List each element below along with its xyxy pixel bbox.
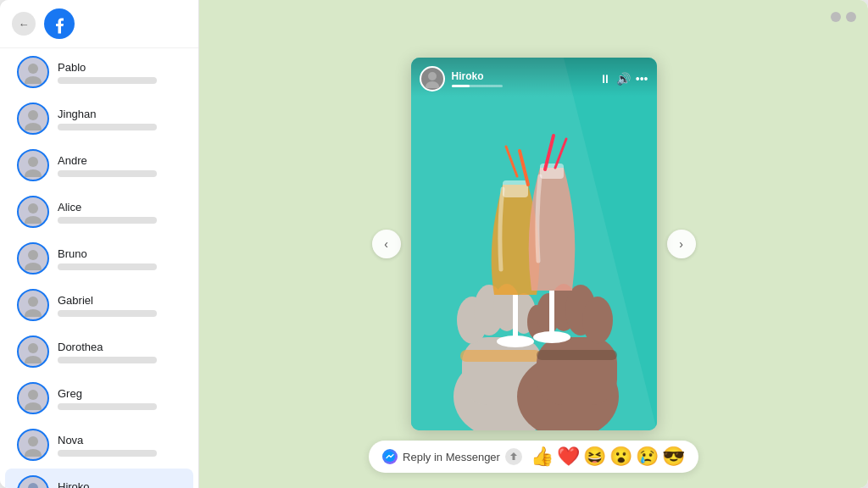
contact-name: Greg — [58, 387, 181, 400]
avatar — [17, 382, 49, 414]
contact-preview — [58, 450, 157, 457]
avatar — [17, 196, 49, 228]
svg-point-12 — [25, 309, 42, 317]
svg-point-8 — [25, 216, 42, 224]
back-icon: ← — [19, 18, 30, 30]
svg-point-1 — [28, 64, 38, 74]
svg-point-6 — [25, 169, 42, 177]
svg-point-10 — [25, 263, 42, 270]
svg-rect-34 — [460, 350, 541, 362]
reaction-emoji-3[interactable]: 😮 — [609, 447, 632, 466]
messenger-icon — [382, 449, 398, 464]
svg-point-41 — [582, 297, 613, 344]
sidebar: ← Pablo Jinghan Andre Alice Bruno — [0, 0, 199, 488]
corner-dot-2 — [846, 12, 856, 22]
story-next-button[interactable]: › — [667, 230, 696, 258]
reaction-emoji-4[interactable]: 😢 — [636, 447, 659, 466]
contact-item-bruno[interactable]: Bruno — [5, 236, 193, 281]
reaction-emoji-2[interactable]: 😆 — [583, 447, 606, 466]
contact-info: Hiroko — [58, 480, 181, 489]
contact-item-jinghan[interactable]: Jinghan — [5, 96, 193, 141]
avatar — [17, 242, 49, 274]
share-icon[interactable] — [505, 448, 522, 465]
contact-item-gabriel[interactable]: Gabriel — [5, 282, 193, 328]
bottom-bar: Reply in Messenger 👍❤️😆😮😢😎 — [369, 441, 698, 473]
svg-point-19 — [28, 483, 38, 488]
contact-name: Gabriel — [58, 294, 181, 307]
contact-preview — [58, 310, 157, 317]
story-avatar — [420, 66, 445, 92]
app-container: ← Pablo Jinghan Andre Alice Bruno — [0, 0, 868, 488]
avatar — [17, 289, 49, 321]
contact-info: Greg — [58, 387, 181, 410]
reply-in-messenger-label[interactable]: Reply in Messenger — [403, 451, 500, 463]
reaction-emoji-1[interactable]: ❤️ — [557, 447, 580, 466]
contact-item-dorothea[interactable]: Dorothea — [5, 329, 193, 374]
contact-preview — [58, 77, 157, 84]
main-content: ‹ Hiroko — [199, 0, 868, 488]
reaction-emoji-0[interactable]: 👍 — [531, 447, 554, 466]
reaction-bar: 👍❤️😆😮😢😎 — [531, 447, 685, 466]
sidebar-header: ← — [0, 0, 198, 48]
chevron-left-icon: ‹ — [384, 237, 388, 251]
contact-info: Nova — [58, 434, 181, 457]
story-container: ‹ Hiroko — [372, 58, 696, 430]
contact-name: Dorothea — [58, 341, 181, 353]
contact-preview — [58, 357, 157, 363]
contact-item-andre[interactable]: Andre — [5, 142, 193, 188]
pause-button[interactable]: ⏸ — [599, 72, 611, 86]
svg-point-3 — [28, 110, 38, 120]
svg-point-7 — [28, 203, 38, 214]
back-button[interactable]: ← — [12, 12, 36, 36]
reaction-emoji-5[interactable]: 😎 — [662, 447, 685, 466]
contact-name: Pablo — [58, 61, 181, 74]
story-prev-button[interactable]: ‹ — [372, 230, 401, 258]
toast-illustration — [411, 58, 657, 430]
svg-point-45 — [497, 336, 534, 347]
contact-name: Alice — [58, 201, 181, 214]
story-progress-bar — [452, 85, 503, 87]
story-progress-fill — [452, 85, 470, 87]
svg-point-48 — [533, 331, 570, 343]
contact-preview — [58, 170, 157, 177]
svg-rect-46 — [540, 164, 564, 179]
contact-item-greg[interactable]: Greg — [5, 375, 193, 421]
sound-button[interactable]: 🔊 — [616, 72, 631, 86]
chevron-right-icon: › — [679, 237, 683, 251]
contact-name: Jinghan — [58, 108, 181, 120]
contact-list: Pablo Jinghan Andre Alice Bruno Gabriel … — [0, 48, 198, 488]
svg-point-15 — [28, 390, 38, 400]
contact-info: Pablo — [58, 61, 181, 84]
corner-dot-1 — [831, 12, 841, 22]
contact-item-nova[interactable]: Nova — [5, 422, 193, 468]
contact-name: Hiroko — [58, 480, 181, 489]
contact-item-hiroko[interactable]: Hiroko — [5, 469, 193, 488]
svg-rect-47 — [549, 291, 554, 337]
contact-info: Andre — [58, 154, 181, 177]
corner-dots — [831, 12, 856, 22]
story-header: Hiroko ⏸ 🔊 ••• — [411, 58, 657, 97]
contact-name: Bruno — [58, 247, 181, 260]
more-button[interactable]: ••• — [636, 72, 648, 86]
contact-preview — [58, 124, 157, 130]
svg-point-9 — [28, 250, 38, 260]
svg-point-4 — [25, 123, 42, 130]
svg-point-13 — [28, 343, 38, 353]
svg-point-23 — [428, 72, 437, 80]
contact-item-alice[interactable]: Alice — [5, 189, 193, 235]
contact-info: Bruno — [58, 247, 181, 270]
svg-point-16 — [25, 402, 42, 410]
svg-point-17 — [28, 436, 38, 446]
contact-info: Dorothea — [58, 341, 181, 363]
contact-item-pablo[interactable]: Pablo — [5, 49, 193, 95]
avatar — [17, 103, 49, 135]
contact-info: Gabriel — [58, 294, 181, 317]
svg-point-24 — [426, 81, 439, 88]
contact-info: Jinghan — [58, 108, 181, 130]
avatar — [17, 429, 49, 461]
contact-preview — [58, 263, 157, 270]
story-username: Hiroko — [452, 70, 593, 82]
story-card: Hiroko ⏸ 🔊 ••• — [411, 58, 657, 430]
svg-point-2 — [25, 76, 42, 84]
svg-point-5 — [28, 157, 38, 167]
